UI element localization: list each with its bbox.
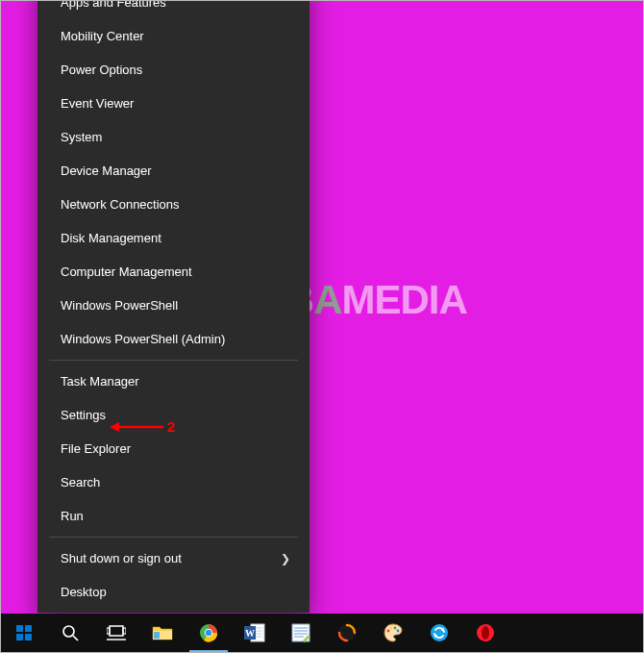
chrome-icon xyxy=(199,623,218,642)
menu-item-label: Settings xyxy=(61,408,106,422)
taskview-icon xyxy=(107,625,126,640)
start-button[interactable] xyxy=(1,614,47,652)
menu-item-apps-features[interactable]: Apps and Features xyxy=(37,0,310,19)
svg-rect-6 xyxy=(123,628,126,634)
menu-item-system[interactable]: System xyxy=(37,120,310,154)
menu-item-powershell-admin[interactable]: Windows PowerShell (Admin) xyxy=(37,322,310,356)
notepadpp-button[interactable] xyxy=(278,614,324,652)
opera-icon xyxy=(476,623,495,642)
menu-separator xyxy=(49,537,298,538)
menu-item-power-options[interactable]: Power Options xyxy=(37,53,310,87)
menu-item-label: Network Connections xyxy=(61,197,180,212)
menu-item-label: Windows PowerShell xyxy=(61,298,178,313)
menu-item-file-explorer[interactable]: File Explorer xyxy=(37,432,310,465)
palette-icon xyxy=(384,623,403,642)
svg-line-3 xyxy=(73,636,78,640)
svg-rect-5 xyxy=(107,628,110,634)
menu-item-computer-management[interactable]: Computer Management xyxy=(37,255,310,289)
menu-item-label: Mobility Center xyxy=(61,29,144,43)
menu-separator xyxy=(49,360,298,361)
menu-item-label: Desktop xyxy=(61,585,107,599)
menu-item-label: Search xyxy=(61,475,100,490)
svg-rect-4 xyxy=(110,626,123,636)
menu-item-network-connections[interactable]: Network Connections xyxy=(37,188,310,221)
menu-item-label: Device Manager xyxy=(61,163,152,178)
menu-item-label: Run xyxy=(61,509,84,523)
windows-icon xyxy=(16,625,32,640)
menu-item-label: Windows PowerShell (Admin) xyxy=(61,332,225,346)
menu-item-powershell[interactable]: Windows PowerShell xyxy=(37,289,310,322)
menu-item-label: System xyxy=(61,130,102,144)
svg-point-12 xyxy=(206,630,211,636)
svg-text:W: W xyxy=(245,628,255,639)
opera-button[interactable] xyxy=(462,614,508,652)
menu-item-label: Power Options xyxy=(61,63,142,77)
menu-item-label: Event Viewer xyxy=(61,96,134,111)
svg-point-29 xyxy=(397,630,400,633)
winx-context-menu: Apps and Features Mobility Center Power … xyxy=(37,0,310,613)
svg-point-27 xyxy=(390,627,393,630)
menu-item-shutdown[interactable]: Shut down or sign out ❯ xyxy=(37,541,310,575)
menu-item-mobility-center[interactable]: Mobility Center xyxy=(37,19,310,53)
notepadpp-icon xyxy=(291,623,310,642)
svg-point-2 xyxy=(63,626,74,637)
chrome-button[interactable] xyxy=(186,614,232,652)
folder-icon xyxy=(152,624,173,641)
swirl-icon xyxy=(337,623,357,642)
paint-button[interactable] xyxy=(370,614,416,652)
svg-point-34 xyxy=(482,626,489,640)
svg-point-28 xyxy=(394,627,397,630)
menu-item-label: Disk Management xyxy=(61,231,161,245)
menu-item-label: File Explorer xyxy=(61,441,131,456)
chevron-right-icon: ❯ xyxy=(281,552,290,565)
search-icon xyxy=(62,624,79,641)
file-explorer-button[interactable] xyxy=(139,614,186,652)
word-button[interactable]: W xyxy=(232,614,278,652)
menu-item-event-viewer[interactable]: Event Viewer xyxy=(37,87,310,120)
sync-button[interactable] xyxy=(416,614,462,652)
taskbar: W xyxy=(1,614,643,652)
menu-item-device-manager[interactable]: Device Manager xyxy=(37,154,310,188)
word-icon: W xyxy=(244,623,265,642)
menu-item-desktop[interactable]: Desktop xyxy=(37,575,310,609)
menu-item-label: Apps and Features xyxy=(61,0,166,10)
menu-item-search[interactable]: Search xyxy=(37,465,310,499)
svg-rect-9 xyxy=(154,632,160,639)
menu-item-run[interactable]: Run xyxy=(37,499,310,533)
menu-item-label: Computer Management xyxy=(61,264,192,279)
menu-item-disk-management[interactable]: Disk Management xyxy=(37,221,310,255)
svg-point-30 xyxy=(431,624,448,641)
annotation-label-2: 2 xyxy=(167,418,175,435)
menu-item-task-manager[interactable]: Task Manager xyxy=(37,364,310,398)
sync-icon xyxy=(430,623,449,642)
menu-item-label: Task Manager xyxy=(61,374,139,389)
taskview-button[interactable] xyxy=(93,614,139,652)
media-button[interactable] xyxy=(324,614,370,652)
svg-point-26 xyxy=(387,630,390,633)
menu-item-label: Shut down or sign out xyxy=(61,551,182,565)
search-button[interactable] xyxy=(47,614,93,652)
